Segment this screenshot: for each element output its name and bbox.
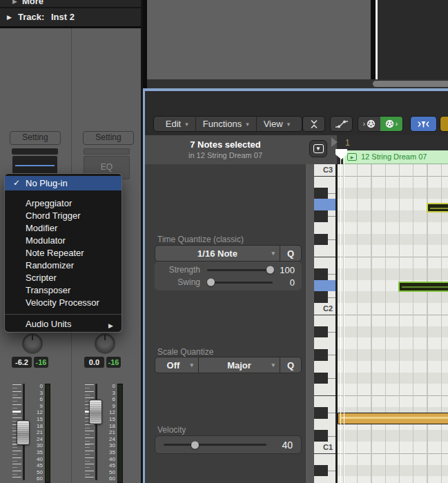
piano-keyboard[interactable]: C3C2C1	[314, 164, 337, 483]
menu-item-arpeggiator[interactable]: Arpeggiator	[5, 197, 121, 210]
scale-root-dropdown[interactable]: Off ▾	[155, 357, 198, 373]
piano-key-C#2[interactable]	[314, 291, 335, 303]
velocity-slider[interactable]	[164, 444, 266, 446]
time-quantize-dropdown[interactable]: 1/16 Note ▾	[155, 246, 280, 261]
track-disclosure-row[interactable]: ▶ Track: Inst 2	[0, 8, 143, 26]
piano-key-A#1[interactable]	[314, 326, 335, 338]
menu-button-view[interactable]: View▾	[257, 117, 297, 131]
midi-in-button[interactable]: ›	[358, 117, 380, 131]
note-grid[interactable]	[338, 164, 448, 483]
swing-value: 0	[280, 277, 302, 288]
db-label-9: 9	[40, 404, 43, 409]
scale-type-dropdown[interactable]: Major ▾	[199, 357, 280, 373]
piano-key-G2[interactable]	[314, 222, 335, 234]
time-quantize-label: Time Quantize (classic)	[157, 235, 244, 244]
black-key	[314, 188, 328, 199]
piano-key-C1[interactable]: C1	[314, 442, 335, 453]
piano-key-D1[interactable]	[314, 419, 335, 431]
chevron-down-icon: ▾	[287, 121, 291, 128]
fader-cap-strip2[interactable]	[89, 400, 102, 424]
strength-slider[interactable]	[207, 269, 273, 271]
playhead-line[interactable]	[340, 150, 344, 483]
automation-button[interactable]	[330, 116, 353, 132]
db-label-24: 24	[109, 437, 115, 442]
piano-key-C#1[interactable]	[314, 430, 335, 442]
inspector-disclosure-button[interactable]: ▼	[309, 140, 327, 157]
submenu-arrow-icon: ▶	[108, 319, 113, 333]
piano-key-A0[interactable]	[314, 476, 335, 483]
send-readout-strip1[interactable]: -16	[34, 357, 48, 368]
strength-slider-knob[interactable]	[266, 266, 274, 274]
db-label-50: 50	[109, 470, 115, 475]
setting-button-strip1[interactable]: Setting	[10, 131, 61, 145]
menu-item-chord-trigger[interactable]: Chord Trigger	[5, 210, 121, 222]
piano-key-C2[interactable]: C2	[314, 303, 335, 315]
piano-key-B1[interactable]	[314, 315, 335, 326]
piano-key-B0[interactable]	[314, 453, 335, 465]
midi-note-D1[interactable]	[338, 413, 448, 424]
menu-item-modulator[interactable]: Modulator	[5, 235, 121, 247]
piano-key-A#0[interactable]	[314, 465, 335, 477]
fader-cap-strip1[interactable]	[17, 420, 30, 445]
more-disclosure-row[interactable]: ▶ More	[0, 0, 143, 7]
fader-track-strip2[interactable]	[95, 384, 97, 480]
db-label-40: 40	[109, 457, 115, 462]
midi-note-A2-selected[interactable]	[427, 203, 448, 213]
pan-knob-strip1[interactable]	[22, 333, 43, 354]
menu-item-selected[interactable]: ✓ No Plug-in	[5, 176, 121, 190]
piano-key-E2[interactable]	[314, 257, 335, 268]
piano-key-D#1[interactable]	[314, 407, 335, 419]
menu-item-modifier[interactable]: Modifier	[5, 222, 121, 235]
velocity-tool-button[interactable]	[440, 116, 448, 132]
scale-type-value: Major	[227, 360, 251, 371]
black-key	[314, 430, 328, 442]
piano-key-G1[interactable]	[314, 361, 335, 373]
midi-out-button[interactable]: ›	[380, 117, 402, 131]
bar-ruler[interactable]: 1	[337, 135, 448, 150]
piano-key-E1[interactable]	[314, 395, 335, 407]
menu-button-functions[interactable]: Functions▾	[196, 117, 256, 131]
collapse-mode-button[interactable]	[410, 116, 437, 132]
midi-note-D2-selected[interactable]	[398, 282, 448, 292]
menu-item-note-repeater[interactable]: Note Repeater	[5, 247, 121, 259]
chevron-down-icon: ▾	[271, 250, 275, 257]
send-readout-strip2[interactable]: -16	[106, 357, 121, 368]
piano-key-C3[interactable]: C3	[314, 164, 335, 176]
piano-key-A#2[interactable]	[314, 188, 335, 199]
region-play-icon[interactable]: ▶	[347, 153, 357, 161]
setting-button-strip2[interactable]: Setting	[83, 131, 134, 145]
checkmark-icon: ✓	[13, 178, 20, 188]
piano-key-F#1[interactable]	[314, 373, 335, 384]
piano-key-G#1[interactable]	[314, 349, 335, 361]
more-label: More	[22, 0, 43, 6]
menu-item-audio-units[interactable]: Audio Units ▶	[5, 317, 121, 331]
piano-key-F2[interactable]	[314, 245, 335, 257]
pan-knob-strip2[interactable]	[95, 333, 115, 354]
collapse-button[interactable]	[302, 116, 325, 132]
collapse-icon	[310, 119, 318, 129]
swing-slider[interactable]	[207, 282, 273, 284]
horizontal-scrollbar-thumb[interactable]	[373, 81, 448, 87]
menu-item-transposer[interactable]: Transposer	[5, 284, 121, 297]
piano-key-A1[interactable]	[314, 337, 335, 349]
time-quantize-apply-button[interactable]: Q	[280, 246, 301, 261]
menu-item-randomizer[interactable]: Randomizer	[5, 259, 121, 272]
region-header[interactable]: ▶ 12 String Dream 07	[343, 150, 448, 164]
menu-item-velocity-processor[interactable]: Velocity Processor	[5, 297, 121, 309]
time-quantize-value: 1/16 Note	[197, 248, 237, 259]
menu-item-scripter[interactable]: Scripter	[5, 272, 121, 284]
piano-key-D#2[interactable]	[314, 268, 335, 280]
piano-key-D2[interactable]	[314, 280, 335, 292]
menu-button-edit[interactable]: Edit▾	[159, 117, 195, 131]
piano-key-G#2[interactable]	[314, 210, 335, 222]
volume-readout-strip1[interactable]: -6.2	[12, 357, 32, 368]
piano-key-F1[interactable]	[314, 384, 335, 395]
swing-slider-knob[interactable]	[207, 279, 215, 286]
volume-readout-strip2[interactable]: 0.0	[84, 357, 104, 368]
scale-quantize-apply-button[interactable]: Q	[280, 357, 301, 373]
piano-key-B2[interactable]	[314, 176, 335, 188]
piano-key-A2[interactable]	[314, 199, 335, 210]
velocity-slider-knob[interactable]	[191, 441, 199, 448]
db-label-45: 45	[109, 463, 115, 469]
piano-key-F#2[interactable]	[314, 234, 335, 246]
